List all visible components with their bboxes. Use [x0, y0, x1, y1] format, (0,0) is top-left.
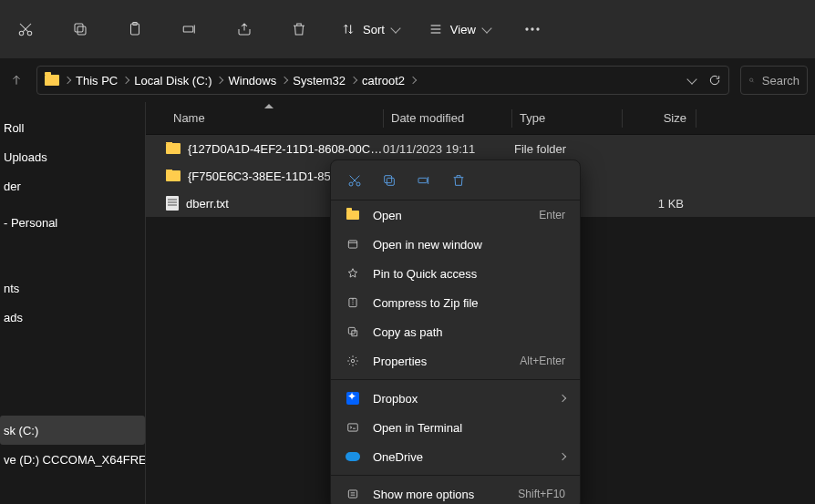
- ctx-pin-quick-access[interactable]: Pin to Quick access: [331, 259, 580, 288]
- onedrive-icon: [346, 452, 360, 461]
- svg-point-11: [349, 182, 353, 186]
- chevron-down-icon: [390, 23, 400, 33]
- chevron-right-icon: [559, 453, 566, 460]
- chevron-right-icon: [559, 395, 566, 402]
- sidebar-item[interactable]: Uploads: [0, 142, 145, 171]
- overflow-button[interactable]: [514, 11, 551, 47]
- column-size[interactable]: Size: [623, 111, 696, 125]
- svg-point-19: [351, 359, 355, 363]
- ctx-show-more[interactable]: Show more optionsShift+F10: [331, 479, 580, 504]
- sidebar-item[interactable]: ads: [0, 303, 145, 332]
- star-icon: [346, 267, 359, 280]
- history-dropdown-icon[interactable]: [686, 74, 696, 84]
- svg-rect-21: [348, 490, 356, 498]
- chevron-right-icon: [409, 77, 417, 84]
- svg-point-10: [749, 78, 752, 81]
- zip-icon: [346, 296, 359, 309]
- chevron-right-icon: [122, 77, 129, 84]
- ctx-compress-zip[interactable]: Compress to Zip file: [331, 288, 580, 317]
- share-button[interactable]: [226, 11, 263, 47]
- breadcrumb-segment[interactable]: Windows: [228, 74, 276, 87]
- svg-rect-2: [77, 26, 86, 35]
- sort-button[interactable]: Sort: [335, 11, 405, 47]
- sort-asc-icon: [264, 104, 273, 108]
- cut-button[interactable]: [7, 11, 44, 47]
- svg-rect-20: [348, 424, 358, 431]
- column-name[interactable]: Name: [146, 111, 383, 125]
- copy-button[interactable]: [62, 11, 98, 47]
- chevron-right-icon: [281, 77, 288, 84]
- ctx-dropbox[interactable]: Dropbox: [331, 384, 580, 413]
- copy-icon[interactable]: [382, 173, 397, 188]
- rename-icon[interactable]: [417, 173, 431, 188]
- breadcrumb-segment[interactable]: This PC: [76, 74, 118, 87]
- window-icon: [346, 238, 359, 251]
- svg-rect-13: [387, 178, 394, 185]
- breadcrumb-segment[interactable]: catroot2: [362, 74, 405, 87]
- rename-button[interactable]: [171, 11, 208, 47]
- folder-icon: [166, 170, 181, 181]
- column-date[interactable]: Date modified: [384, 111, 511, 125]
- paste-button[interactable]: [117, 11, 153, 47]
- column-headers[interactable]: Name Date modified Type Size: [146, 102, 815, 135]
- chevron-right-icon: [216, 77, 223, 84]
- sidebar-item[interactable]: nts: [0, 273, 145, 303]
- breadcrumb-segment[interactable]: System32: [293, 74, 346, 87]
- ctx-open-terminal[interactable]: Open in Terminal: [331, 413, 580, 442]
- sort-icon: [341, 22, 356, 36]
- svg-rect-16: [348, 241, 356, 248]
- svg-point-8: [531, 28, 533, 30]
- view-label: View: [450, 23, 476, 36]
- dropbox-icon: [346, 392, 359, 405]
- file-row[interactable]: {127D0A1D-4EF2-11D1-8608-00C04FC295…01/1…: [146, 135, 815, 162]
- more-icon: [346, 488, 359, 500]
- context-menu: OpenEnter Open in new window Pin to Quic…: [330, 159, 581, 504]
- search-input[interactable]: Search: [740, 66, 808, 95]
- file-icon: [166, 196, 179, 211]
- ctx-properties[interactable]: PropertiesAlt+Enter: [331, 346, 580, 375]
- ctx-open[interactable]: OpenEnter: [331, 201, 580, 230]
- search-icon: [748, 74, 755, 87]
- breadcrumb[interactable]: This PCLocal Disk (C:)WindowsSystem32cat…: [36, 66, 729, 95]
- chevron-right-icon: [350, 77, 357, 84]
- sidebar-item[interactable]: der: [0, 171, 145, 201]
- svg-rect-3: [75, 24, 83, 32]
- svg-point-7: [526, 28, 528, 30]
- chevron-down-icon: [481, 23, 491, 33]
- svg-rect-6: [183, 26, 193, 32]
- sidebar-item[interactable]: sk (C:): [0, 416, 145, 445]
- ctx-copy-path[interactable]: Copy as path: [331, 317, 580, 346]
- ctx-onedrive[interactable]: OneDrive: [331, 442, 580, 471]
- context-quick-actions: [331, 160, 580, 201]
- refresh-button[interactable]: [708, 74, 721, 87]
- sidebar-item[interactable]: - Personal: [0, 208, 145, 237]
- sidebar-item[interactable]: Roll: [0, 113, 145, 142]
- delete-button[interactable]: [281, 11, 317, 47]
- view-icon: [428, 22, 443, 36]
- search-placeholder: Search: [762, 74, 800, 87]
- cut-icon[interactable]: [347, 173, 362, 188]
- view-button[interactable]: View: [423, 11, 496, 47]
- svg-point-9: [537, 28, 539, 30]
- properties-icon: [346, 355, 359, 367]
- file-size: 1 KB: [620, 197, 693, 211]
- svg-rect-14: [385, 175, 392, 182]
- file-type: File folder: [511, 142, 620, 156]
- svg-point-12: [356, 182, 360, 186]
- navigation-pane[interactable]: RollUploadsder- Personalntsadssk (C:)ve …: [0, 102, 146, 504]
- delete-icon[interactable]: [451, 173, 466, 188]
- breadcrumb-segment[interactable]: Local Disk (C:): [134, 74, 211, 87]
- svg-rect-15: [418, 178, 427, 182]
- copy-path-icon: [346, 325, 359, 338]
- sort-label: Sort: [363, 23, 385, 36]
- sidebar-item[interactable]: ve (D:) CCCOMA_X64FRE_E: [0, 445, 145, 474]
- svg-point-1: [27, 31, 32, 36]
- folder-open-icon: [346, 211, 359, 220]
- file-name: {127D0A1D-4EF2-11D1-8608-00C04FC295…: [188, 142, 383, 156]
- terminal-icon: [346, 421, 359, 434]
- command-bar: Sort View: [0, 0, 815, 58]
- up-button[interactable]: [7, 74, 26, 87]
- file-date: 01/11/2023 19:11: [383, 142, 511, 156]
- ctx-open-new-window[interactable]: Open in new window: [331, 230, 580, 259]
- column-type[interactable]: Type: [512, 111, 622, 125]
